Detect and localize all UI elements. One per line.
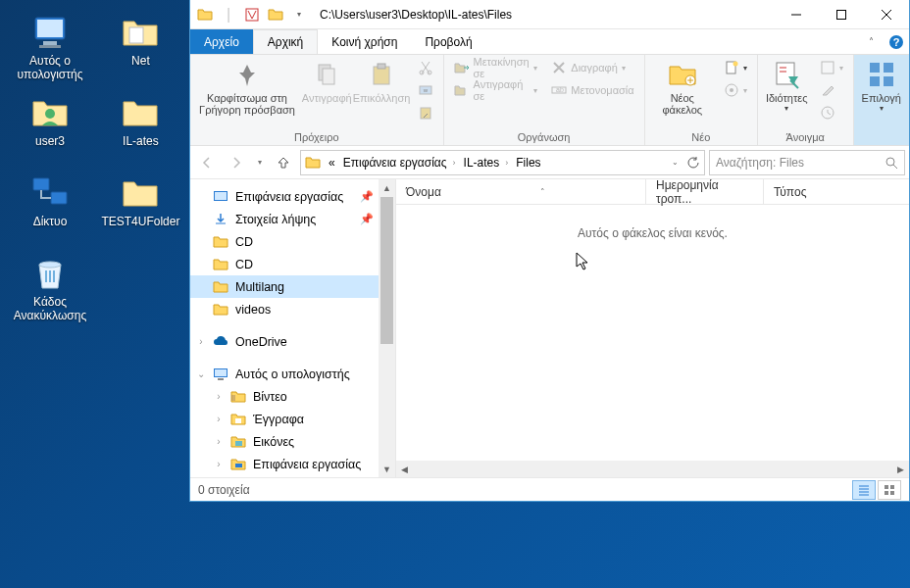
breadcrumb-desktop[interactable]: Επιφάνεια εργασίας› [339,151,460,174]
address-bar[interactable]: « Επιφάνεια εργασίας› IL-ates› Files ⌄ [300,150,705,175]
tree-item-documents[interactable]: ›Έγγραφα [190,408,395,430]
svg-rect-43 [235,441,242,446]
this-pc-icon [212,366,229,383]
open-icon [820,60,835,75]
edit-button[interactable] [814,79,849,101]
desktop-icon-label: Κάδος Ανακύκλωσης [8,296,92,323]
desktop-icon-network[interactable]: Δίκτυο [8,169,92,249]
desktop-icon-user3[interactable]: user3 [8,88,92,169]
svg-text:?: ? [893,36,900,48]
maximize-button[interactable] [819,0,864,28]
scroll-down-icon[interactable]: ▼ [379,461,395,477]
desktop-icon-recycle[interactable]: Κάδος Ανακύκλωσης [8,249,92,329]
copy-to-icon [454,82,470,98]
svg-rect-16 [378,64,385,69]
forward-button[interactable] [224,150,249,175]
ribbon-group-organize: Μετακίνηση σε▾ Αντιγραφή σε▾ Διαγραφή▾ a… [444,55,645,145]
copy-button[interactable]: Αντιγραφή [302,57,351,106]
tree-item-pictures[interactable]: ›Εικόνες [190,430,395,453]
folder-icon [212,278,229,296]
desktop-icon-ilates[interactable]: IL-ates [98,88,182,169]
tree-item-videos[interactable]: videos [190,298,395,320]
minimize-button[interactable] [774,0,819,28]
copy-to-button[interactable]: Αντιγραφή σε▾ [448,79,544,101]
tree-item-this-pc[interactable]: ⌄Αυτός ο υπολογιστής [190,363,395,385]
desktop-icon-net[interactable]: Net [98,8,182,88]
icons-view-button[interactable] [878,480,901,500]
address-dropdown[interactable]: ⌄ [668,151,682,174]
delete-button[interactable]: Διαγραφή▾ [545,57,639,78]
svg-rect-10 [837,10,846,19]
easy-access-icon [724,82,739,98]
breadcrumb-ilates[interactable]: IL-ates› [460,151,513,174]
close-button[interactable] [864,0,909,28]
svg-rect-6 [33,178,49,190]
column-header-date[interactable]: Ημερομηνία τροπ... [646,179,764,204]
tree-item-downloads[interactable]: Στοιχεία λήψης📌 [190,208,395,230]
qat-dropdown[interactable]: ▾ [288,4,310,25]
address-overflow[interactable]: « [325,151,339,174]
folder-qat-icon[interactable] [265,4,286,25]
expand-icon[interactable]: › [212,391,226,402]
ribbon-collapse-button[interactable]: ˄ [858,29,884,54]
copy-path-button[interactable]: w [412,79,439,101]
expand-icon[interactable]: › [212,414,226,424]
new-item-icon [724,60,739,75]
tree-item-cd1[interactable]: CD [190,230,395,253]
tab-file[interactable]: Αρχείο [190,29,253,54]
recent-locations-button[interactable]: ▾ [253,150,267,175]
address-folder-icon[interactable] [301,151,325,174]
tree-item-desktop-2[interactable]: ›Επιφάνεια εργασίας [190,453,395,475]
back-button[interactable] [194,150,220,175]
nav-scrollbar[interactable]: ▲ ▼ [379,179,395,477]
up-button[interactable] [271,150,296,175]
expand-icon[interactable]: › [212,436,226,447]
desktop-icon-test4u[interactable]: TEST4UFolder [98,169,182,249]
svg-rect-32 [870,63,880,73]
open-button[interactable]: ▾ [814,57,849,78]
select-icon [866,59,897,90]
tree-item-cd2[interactable]: CD [190,253,395,275]
scroll-up-icon[interactable]: ▲ [379,179,395,196]
breadcrumb-files[interactable]: Files [512,151,544,174]
tab-view[interactable]: Προβολή [411,29,485,54]
scroll-thumb[interactable] [380,197,393,344]
tree-item-desktop[interactable]: Επιφάνεια εργασίας📌 [190,185,395,208]
expand-icon[interactable]: › [212,459,226,469]
new-item-button[interactable]: ▾ [718,57,753,78]
ribbon-group-new: Νέος φάκελος ▾ ▾ Νέο [645,55,758,145]
refresh-button[interactable] [682,151,704,174]
tab-share[interactable]: Κοινή χρήση [318,29,411,54]
column-header-name[interactable]: Όνομα˄ [396,179,646,204]
desktop-icon-label: Αυτός ο υπολογιστής [8,55,92,82]
expand-icon[interactable]: › [194,336,208,347]
select-button[interactable]: Επιλογή▾ [858,57,905,115]
titlebar[interactable]: | ▾ C:\Users\user3\Desktop\IL-ates\Files [190,0,909,29]
tree-item-multilang[interactable]: Multilang [190,275,395,298]
desktop-icon-this-pc[interactable]: Αυτός ο υπολογιστής [8,8,92,88]
scroll-left-icon[interactable]: ◀ [396,465,413,474]
paste-shortcut-button[interactable] [412,102,439,123]
tree-item-video[interactable]: ›Βίντεο [190,385,395,408]
paste-button[interactable]: Επικόλληση [353,57,409,106]
properties-button[interactable]: Ιδιότητες▾ [762,57,812,115]
search-input[interactable] [716,156,885,170]
cut-button[interactable] [412,57,439,78]
easy-access-button[interactable]: ▾ [718,79,753,101]
new-folder-button[interactable]: Νέος φάκελος [649,57,716,118]
rename-button[interactable]: abΜετονομασία [545,79,639,101]
search-box[interactable] [709,150,905,175]
scroll-right-icon[interactable]: ▶ [892,465,909,474]
tree-item-onedrive[interactable]: ›OneDrive [190,330,395,353]
properties-qat-button[interactable] [241,4,263,25]
horizontal-scrollbar[interactable]: ◀ ▶ [396,461,909,477]
move-to-button[interactable]: Μετακίνηση σε▾ [448,57,544,78]
collapse-icon[interactable]: ⌄ [194,368,208,379]
tab-home[interactable]: Αρχική [253,29,318,54]
history-button[interactable] [814,102,849,123]
pin-to-quick-access-button[interactable]: Καρφίτσωμα στη Γρήγορη πρόσβαση [194,57,300,118]
details-view-button[interactable] [852,480,876,500]
column-header-type[interactable]: Τύπος [764,179,872,204]
svg-rect-15 [374,67,389,84]
help-button[interactable]: ? [884,29,909,54]
